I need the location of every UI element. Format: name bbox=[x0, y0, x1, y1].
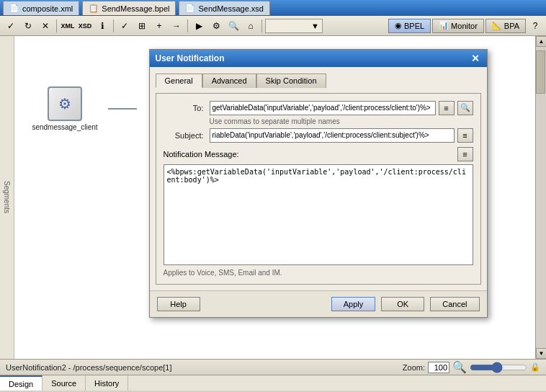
bottom-tabs: Design Source History bbox=[0, 375, 546, 391]
subject-expression-button[interactable]: ≡ bbox=[457, 128, 473, 143]
left-sidebar: Segments bbox=[0, 36, 14, 359]
deploy-button[interactable]: ▶ bbox=[191, 18, 207, 34]
scroll-down-arrow[interactable]: ▼ bbox=[536, 348, 546, 359]
settings-button[interactable]: ⚙ bbox=[208, 18, 224, 34]
zoom-icon: 🔍 bbox=[452, 360, 467, 374]
validate-button[interactable]: ✓ bbox=[117, 18, 133, 34]
subject-row: Subject: ≡ bbox=[164, 128, 473, 143]
tab-advanced[interactable]: Advanced bbox=[202, 74, 256, 88]
component-node[interactable]: ⚙ sendmessage_client bbox=[36, 86, 94, 131]
apply-button[interactable]: Apply bbox=[331, 297, 376, 311]
scroll-up-arrow[interactable]: ▲ bbox=[536, 36, 546, 47]
zoom-slider[interactable] bbox=[470, 362, 527, 373]
arrow-button[interactable]: → bbox=[169, 18, 184, 34]
scroll-thumb[interactable] bbox=[536, 50, 545, 94]
to-expression-button[interactable]: ≡ bbox=[439, 101, 455, 115]
tab-content-general: To: ≡ 🔍 Use commas to separate multiple … bbox=[156, 93, 481, 285]
file-icon: 📄 bbox=[9, 4, 19, 13]
search-button[interactable]: 🔍 bbox=[225, 18, 241, 34]
xml-button[interactable]: XML bbox=[60, 18, 76, 34]
status-bar: UserNotification2 - /process/sequence/sc… bbox=[0, 359, 546, 375]
tab-general[interactable]: General bbox=[156, 74, 202, 88]
dialog-buttons: Help Apply OK Cancel bbox=[150, 290, 487, 317]
bpel-mode-button[interactable]: ◉ BPEL bbox=[388, 19, 431, 33]
separator-1 bbox=[56, 19, 57, 32]
tab-sendmessage-bpel[interactable]: 📋 SendMessage.bpel bbox=[82, 1, 176, 15]
add-button[interactable]: + bbox=[151, 18, 167, 34]
tab-sendmessage-xsd[interactable]: 📄 SendMessage.xsd bbox=[179, 1, 270, 15]
right-scrollbar[interactable]: ▲ ▼ bbox=[535, 36, 546, 359]
bpel-icon: 📋 bbox=[89, 4, 99, 13]
ok-button[interactable]: OK bbox=[381, 297, 424, 311]
status-path: UserNotification2 - /process/sequence/sc… bbox=[6, 363, 172, 372]
tab-composite-xml[interactable]: 📄 composite.xml bbox=[3, 1, 79, 15]
refresh-button[interactable]: ↻ bbox=[20, 18, 36, 34]
toolbar: ✓ ↻ ✕ XML XSD ℹ ✓ ⊞ + → ▶ ⚙ 🔍 ⌂ ▼ ◉ BPEL… bbox=[0, 16, 546, 36]
notification-hint: Applies to Voice, SMS, Email and IM. bbox=[164, 269, 473, 277]
separator-4 bbox=[261, 19, 262, 32]
expand-button[interactable]: ⊞ bbox=[134, 18, 150, 34]
bottom-tab-source[interactable]: Source bbox=[42, 375, 86, 391]
dialog-tabs: General Advanced Skip Condition bbox=[156, 73, 481, 87]
xsd-button[interactable]: XSD bbox=[77, 18, 93, 34]
zoom-control: Zoom: 🔍 🔒 bbox=[403, 360, 540, 374]
component-icon: ⚙ bbox=[48, 86, 82, 121]
separator-2 bbox=[113, 19, 114, 32]
main-area: Segments ⚙ sendmessage_client User Notif… bbox=[0, 36, 546, 359]
component-label: sendmessage_client bbox=[32, 123, 97, 131]
lock-icon: 🔒 bbox=[530, 362, 540, 372]
bottom-tab-history[interactable]: History bbox=[86, 375, 128, 391]
dialog-titlebar: User Notification ✕ bbox=[150, 50, 487, 67]
user-notification-dialog: User Notification ✕ General Advanced bbox=[149, 49, 488, 318]
bpa-mode-button[interactable]: 📐 BPA bbox=[485, 19, 526, 33]
dialog-overlay: User Notification ✕ General Advanced bbox=[14, 36, 535, 359]
subject-input[interactable] bbox=[210, 128, 455, 143]
to-input[interactable] bbox=[210, 101, 436, 115]
dialog-title: User Notification bbox=[156, 53, 225, 63]
dialog-body: General Advanced Skip Condition T bbox=[150, 67, 487, 290]
to-search-button[interactable]: 🔍 bbox=[457, 101, 473, 115]
info-button[interactable]: ℹ bbox=[94, 18, 110, 34]
zoom-value-input[interactable] bbox=[428, 362, 449, 373]
bottom-tab-design[interactable]: Design bbox=[0, 375, 42, 391]
home-button[interactable]: ⌂ bbox=[243, 18, 259, 34]
to-hint: Use commas to separate multiple names bbox=[210, 117, 473, 125]
zoom-label: Zoom: bbox=[403, 363, 425, 372]
cancel-button[interactable]: Cancel bbox=[430, 297, 479, 311]
notification-textarea[interactable] bbox=[164, 164, 473, 265]
help-button[interactable]: ? bbox=[527, 18, 543, 34]
view-dropdown[interactable]: ▼ bbox=[265, 19, 323, 33]
notification-expression-button[interactable]: ≡ bbox=[457, 147, 473, 161]
xsd-icon: 📄 bbox=[185, 4, 195, 13]
title-bar: 📄 composite.xml 📋 SendMessage.bpel 📄 Sen… bbox=[0, 0, 546, 16]
notification-label-text: Notification Message: bbox=[164, 150, 239, 159]
help-button-dialog[interactable]: Help bbox=[157, 297, 200, 311]
connector-line bbox=[108, 108, 137, 110]
dialog-close-button[interactable]: ✕ bbox=[470, 53, 481, 63]
stop-button[interactable]: ✕ bbox=[37, 18, 53, 34]
monitor-mode-button[interactable]: 📊 Monitor bbox=[432, 19, 484, 33]
gear-icon: ⚙ bbox=[58, 95, 71, 112]
tab-skip-condition[interactable]: Skip Condition bbox=[256, 74, 326, 88]
notification-label-row: Notification Message: ≡ bbox=[164, 147, 473, 161]
separator-3 bbox=[187, 19, 188, 32]
to-row: To: ≡ 🔍 bbox=[164, 101, 473, 115]
check-button[interactable]: ✓ bbox=[3, 18, 19, 34]
canvas[interactable]: ⚙ sendmessage_client User Notification ✕… bbox=[14, 36, 535, 359]
subject-label: Subject: bbox=[164, 131, 207, 140]
to-label: To: bbox=[164, 104, 207, 112]
